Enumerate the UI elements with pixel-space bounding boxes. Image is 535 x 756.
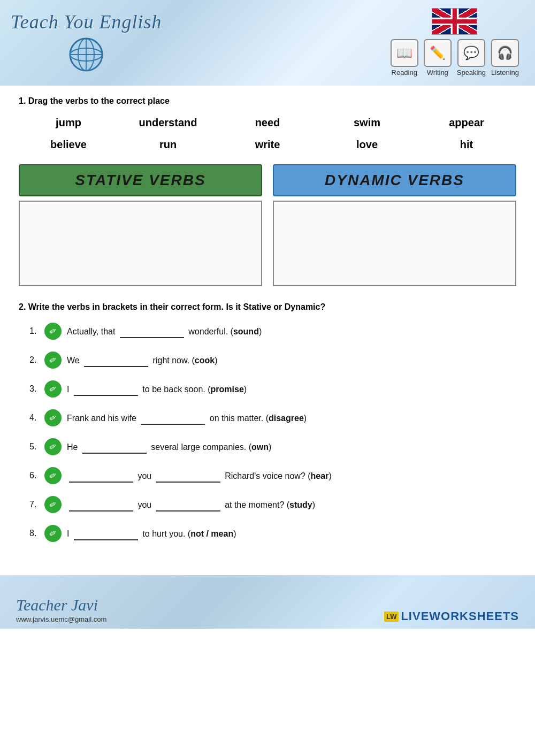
exercise-item-3: 3. I to be back soon. (promise) xyxy=(29,380,516,398)
exercise-text-2: We right now. (cook) xyxy=(67,353,218,367)
verb-love[interactable]: love xyxy=(317,136,417,154)
blank-8-1[interactable] xyxy=(74,526,138,540)
website: www.jarvis.uemc@gmail.com xyxy=(16,615,106,623)
liveworksheets-text: LIVEWORKSHEETS xyxy=(401,609,519,623)
exercise-text-3: I to be back soon. (promise) xyxy=(67,382,247,396)
live-badge: LW xyxy=(384,612,399,622)
dynamic-drop-box[interactable] xyxy=(273,201,516,286)
blank-6-1[interactable] xyxy=(69,469,133,483)
verb-run[interactable]: run xyxy=(118,136,218,154)
exercise-text-8: I to hurt you. (not / mean) xyxy=(67,526,236,540)
exercise-text-6: you Richard's voice now? (hear) xyxy=(67,469,332,483)
verb-hit[interactable]: hit xyxy=(417,136,516,154)
verb-label-3: promise xyxy=(211,385,244,394)
exercise-text-4: Frank and his wife on this matter. (disa… xyxy=(67,411,307,425)
blank-3-1[interactable] xyxy=(74,382,138,396)
blank-7-1[interactable] xyxy=(69,498,133,511)
exercise-item-7: 7. you at the moment? (study) xyxy=(29,496,516,513)
footer-left: Teacher Javi www.jarvis.uemc@gmail.com xyxy=(16,596,106,623)
verb-label-8: not / mean xyxy=(190,529,233,538)
exercise-item-6: 6. you Richard's voice now? (hear) xyxy=(29,467,516,484)
header: Teach You English xyxy=(0,0,535,86)
verb-label-6: hear xyxy=(311,471,329,480)
svg-point-5 xyxy=(70,39,102,71)
logo-text: Teach You English xyxy=(11,11,162,33)
footer: Teacher Javi www.jarvis.uemc@gmail.com L… xyxy=(0,575,535,629)
pencil-icon-4 xyxy=(44,409,62,426)
main-content: 1. Drag the verbs to the correct place j… xyxy=(0,86,535,564)
listening-label: Listening xyxy=(491,68,519,77)
verb-believe[interactable]: believe xyxy=(19,136,118,154)
verb-label-7: study xyxy=(289,500,312,509)
skill-writing: ✏️ Writing xyxy=(424,39,452,77)
verb-jump[interactable]: jump xyxy=(19,114,118,132)
reading-icon: 📖 xyxy=(391,39,418,67)
verb-label-4: disagree xyxy=(269,414,304,423)
pencil-icon-1 xyxy=(44,323,62,340)
uk-flag xyxy=(432,8,477,35)
exercise-item-1: 1. Actually, that wonderful. (sound) xyxy=(29,323,516,340)
item-num-1: 1. xyxy=(29,325,40,338)
pencil-icon-6 xyxy=(44,467,62,484)
verb-label-5: own xyxy=(251,442,269,452)
blank-6-2[interactable] xyxy=(156,469,220,483)
item-num-8: 8. xyxy=(29,527,40,540)
pencil-icon-7 xyxy=(44,496,62,513)
exercise-list: 1. Actually, that wonderful. (sound) 2. … xyxy=(19,323,516,542)
stative-header: STATIVE VERBS xyxy=(19,164,262,196)
section2-instruction: 2. Write the verbs in brackets in their … xyxy=(19,302,516,312)
exercise-item-4: 4. Frank and his wife on this matter. (d… xyxy=(29,409,516,426)
skill-listening: 🎧 Listening xyxy=(491,39,519,77)
exercise-item-2: 2. We right now. (cook) xyxy=(29,352,516,369)
section1-instruction: 1. Drag the verbs to the correct place xyxy=(19,96,516,106)
item-num-2: 2. xyxy=(29,354,40,366)
item-num-4: 4. xyxy=(29,411,40,424)
item-num-5: 5. xyxy=(29,440,40,453)
verbs-grid: jump understand need swim appear believe… xyxy=(19,114,516,154)
exercise-text-1: Actually, that wonderful. (sound) xyxy=(67,324,262,338)
skills-row: 📖 Reading ✏️ Writing 💬 Speaking 🎧 Listen… xyxy=(391,39,519,77)
exercise-text-7: you at the moment? (study) xyxy=(67,498,315,511)
blank-2-1[interactable] xyxy=(84,353,148,367)
drop-boxes-row xyxy=(19,201,516,286)
globe-icon xyxy=(67,36,105,73)
blank-5-1[interactable] xyxy=(82,440,147,454)
exercise-item-8: 8. I to hurt you. (not / mean) xyxy=(29,525,516,542)
listening-icon: 🎧 xyxy=(491,39,519,67)
writing-label: Writing xyxy=(427,68,448,77)
item-num-6: 6. xyxy=(29,469,40,482)
verb-label-1: sound xyxy=(233,327,259,336)
speaking-label: Speaking xyxy=(457,68,486,77)
verb-appear[interactable]: appear xyxy=(417,114,516,132)
writing-icon: ✏️ xyxy=(424,39,452,67)
pencil-icon-8 xyxy=(44,525,62,542)
skill-speaking: 💬 Speaking xyxy=(457,39,486,77)
verb-understand[interactable]: understand xyxy=(118,114,218,132)
blank-4-1[interactable] xyxy=(141,411,205,425)
skills-area: 📖 Reading ✏️ Writing 💬 Speaking 🎧 Listen… xyxy=(391,5,519,77)
exercise-text-5: He several large companies. (own) xyxy=(67,440,271,454)
skill-reading: 📖 Reading xyxy=(391,39,418,77)
categories-row: STATIVE VERBS DYNAMIC VERBS xyxy=(19,164,516,196)
item-num-3: 3. xyxy=(29,383,40,395)
blank-1-1[interactable] xyxy=(120,324,184,338)
teacher-name: Teacher Javi xyxy=(16,596,106,614)
footer-right: LW LIVEWORKSHEETS xyxy=(384,609,519,623)
blank-7-2[interactable] xyxy=(156,498,220,511)
verb-write[interactable]: write xyxy=(218,136,317,154)
verb-label-2: cook xyxy=(195,356,215,365)
reading-label: Reading xyxy=(392,68,417,77)
dynamic-header: DYNAMIC VERBS xyxy=(273,164,516,196)
logo-area: Teach You English xyxy=(11,5,162,73)
item-num-7: 7. xyxy=(29,498,40,511)
pencil-icon-3 xyxy=(44,380,62,398)
pencil-icon-5 xyxy=(44,438,62,455)
speaking-icon: 💬 xyxy=(457,39,485,67)
stative-drop-box[interactable] xyxy=(19,201,262,286)
pencil-icon-2 xyxy=(44,352,62,369)
verb-need[interactable]: need xyxy=(218,114,317,132)
exercise-item-5: 5. He several large companies. (own) xyxy=(29,438,516,455)
verb-swim[interactable]: swim xyxy=(317,114,417,132)
